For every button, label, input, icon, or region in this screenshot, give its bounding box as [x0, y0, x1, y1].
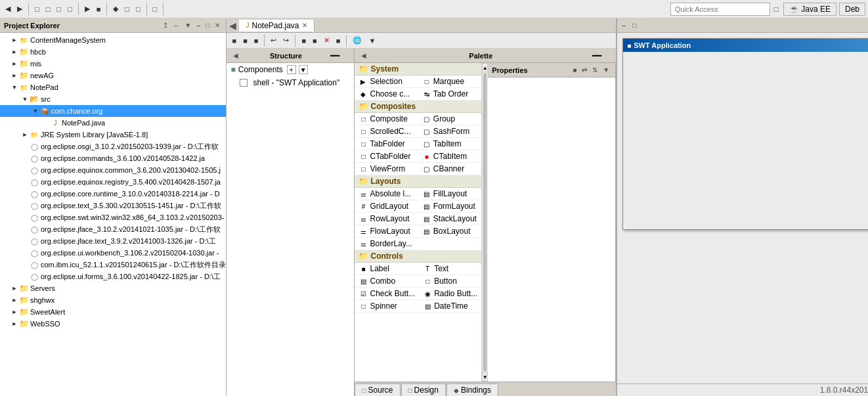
- palette-item-gridlayout[interactable]: # GridLayout: [355, 200, 418, 213]
- palette-item-filllayout[interactable]: ▤ FillLayout: [418, 188, 481, 200]
- palette-item-absolute[interactable]: ⚌ Absolute l...: [355, 188, 418, 200]
- collapse-all-btn[interactable]: ↥: [161, 21, 170, 30]
- toolbar-btn-1[interactable]: ▶: [14, 3, 25, 14]
- structure-components-item[interactable]: ■ Components + ▼: [227, 63, 354, 76]
- palette-item-boxlayout[interactable]: ▤ BoxLayout: [418, 225, 481, 238]
- etoolbar-redo[interactable]: ↪: [280, 35, 292, 46]
- tree-item-jar8[interactable]: ► ◯ org.eclipse.jface_3.10.2.v20141021-1…: [0, 223, 226, 235]
- toolbar-btn-2[interactable]: □: [32, 4, 42, 14]
- etoolbar-dropdown[interactable]: ▼: [366, 35, 378, 46]
- etoolbar-btn4[interactable]: ■: [299, 35, 309, 46]
- palette-item-tabitem[interactable]: ▢ TabItem: [418, 138, 481, 150]
- palette-item-sashform[interactable]: ▢ SashForm: [418, 125, 481, 138]
- etoolbar-delete[interactable]: ✕: [321, 35, 332, 46]
- tab-design[interactable]: □ Design: [401, 384, 446, 396]
- palette-item-stacklayout[interactable]: ▤ StackLayout: [418, 213, 481, 225]
- toolbar-perspective-btn[interactable]: □: [771, 4, 781, 14]
- palette-item-combo[interactable]: ▤ Combo: [355, 275, 419, 288]
- palette-item-radio[interactable]: ◉ Radio Butt...: [419, 288, 481, 300]
- palette-item-taborder[interactable]: ↹ Tab Order: [418, 88, 481, 100]
- palette-item-tabfolder[interactable]: □ TabFolder: [355, 138, 418, 150]
- palette-item-formlayout[interactable]: ▤ FormLayout: [418, 200, 481, 213]
- tree-item-jre[interactable]: ► 📁 JRE System Library [JavaSE-1.8]: [0, 129, 226, 141]
- tree-item-jar10[interactable]: ► ◯ org.eclipse.ui.workbench_3.106.2.v20…: [0, 247, 226, 259]
- expand-arrow-notepad[interactable]: ▼: [11, 83, 18, 91]
- components-menu-btn[interactable]: ▼: [299, 65, 308, 74]
- palette-item-choose[interactable]: ◆ Choose c...: [355, 88, 418, 100]
- tree-item-sweetalert[interactable]: ► 📁 SweetAlert: [0, 306, 226, 318]
- expand-arrow-hbcb[interactable]: ►: [11, 48, 18, 56]
- design-min-btn[interactable]: ‒: [620, 21, 628, 30]
- properties-icon2[interactable]: ⇄: [580, 66, 589, 74]
- swt-application-window[interactable]: ■ SWT Application ‒ □ ✕: [622, 38, 868, 230]
- palette-item-selection[interactable]: ▶ Selection: [355, 76, 418, 88]
- expand-arrow-src[interactable]: ▼: [21, 95, 29, 103]
- structure-left-arrow[interactable]: ◀: [230, 52, 241, 59]
- tree-item-jar6[interactable]: ► ◯ org.eclipse.text_3.5.300.v20130515-1…: [0, 200, 226, 211]
- tree-item-jar3[interactable]: ► ◯ org.eclipse.equinox.common_3.6.200.v…: [0, 164, 226, 176]
- properties-icon3[interactable]: ⇅: [590, 66, 599, 74]
- etoolbar-globe[interactable]: 🌐: [350, 35, 364, 46]
- tree-item-jar11[interactable]: ► ◯ com.ibm.icu_52.1.1.v201501240615.jar…: [0, 259, 226, 271]
- java-ee-button[interactable]: ☕ Java EE: [783, 3, 836, 16]
- structure-shell-item[interactable]: shell - "SWT Application": [227, 76, 354, 89]
- toolbar-btn-8[interactable]: □: [133, 4, 143, 14]
- palette-item-ctabfolder[interactable]: □ CTabFolder: [355, 150, 418, 163]
- properties-icon1[interactable]: ■: [571, 66, 578, 74]
- toolbar-btn-4[interactable]: □: [54, 4, 64, 14]
- minimize-btn[interactable]: ‒: [194, 21, 202, 30]
- palette-item-rowlayout[interactable]: ⚌ RowLayout: [355, 213, 418, 225]
- close-panel-btn[interactable]: ✕: [213, 21, 222, 30]
- tree-item-jar5[interactable]: ► ◯ org.eclipse.core.runtime_3.10.0.v201…: [0, 188, 226, 200]
- toolbar-btn-3[interactable]: □: [43, 4, 53, 14]
- expand-arrow-jre[interactable]: ►: [21, 131, 29, 139]
- tab-source[interactable]: □ Source: [355, 384, 400, 396]
- tree-item-mis[interactable]: ► 📁 mis: [0, 58, 226, 70]
- palette-item-ctabitem[interactable]: ■ CTabItem: [418, 150, 481, 163]
- etoolbar-btn5[interactable]: ■: [310, 35, 320, 46]
- expand-arrow-cms[interactable]: ►: [11, 36, 18, 44]
- deb-button[interactable]: Deb: [839, 3, 865, 16]
- palette-section-header-controls[interactable]: 📁 Controls: [355, 250, 481, 263]
- palette-item-group[interactable]: ▢ Group: [418, 113, 481, 125]
- etoolbar-btn6[interactable]: ■: [334, 35, 343, 46]
- tree-item-jar4[interactable]: ► ◯ org.eclipse.equinox.registry_3.5.400…: [0, 176, 226, 188]
- tree-item-package[interactable]: ▼ 📦 com.chance.org: [0, 105, 226, 117]
- toolbar-back-btn[interactable]: ◀: [3, 3, 13, 14]
- palette-left-arrow[interactable]: ◀: [358, 52, 369, 59]
- toolbar-run-btn[interactable]: ▶: [82, 3, 93, 14]
- palette-item-label[interactable]: ■ Label: [355, 263, 419, 275]
- palette-item-text[interactable]: T Text: [419, 263, 481, 275]
- tree-item-shghwx[interactable]: ► 📁 shghwx: [0, 294, 226, 306]
- expand-arrow-newag[interactable]: ►: [11, 72, 18, 79]
- palette-item-marquee[interactable]: □ Marquee: [418, 76, 481, 88]
- palette-section-header-system[interactable]: 📁 System: [355, 63, 481, 76]
- palette-scroll-down-btn[interactable]: ▼: [482, 372, 488, 382]
- palette-item-checkbox[interactable]: ☑ Check Butt...: [355, 288, 419, 300]
- components-add-btn[interactable]: +: [287, 65, 296, 74]
- editor-left-arrow[interactable]: ◀: [227, 20, 239, 31]
- palette-scroll-thumb[interactable]: [483, 74, 487, 371]
- palette-item-composite[interactable]: □ Composite: [355, 113, 418, 125]
- palette-item-viewform[interactable]: □ ViewForm: [355, 163, 418, 175]
- toolbar-btn-6[interactable]: ◆: [110, 3, 121, 14]
- palette-item-spinner[interactable]: □ Spinner: [355, 300, 419, 313]
- quick-access-input[interactable]: [670, 3, 770, 16]
- tab-close-icon[interactable]: ✕: [302, 22, 307, 29]
- tree-item-jar1[interactable]: ► ◯ org.eclipse.osgi_3.10.2.v20150203-19…: [0, 141, 226, 152]
- tree-item-javafile[interactable]: ► J NotePad.java: [0, 117, 226, 129]
- palette-item-borderlay[interactable]: ⚌ BorderLay...: [355, 238, 418, 250]
- tree-item-servers[interactable]: ► 📁 Servers: [0, 282, 226, 294]
- palette-item-button[interactable]: □ Button: [419, 275, 481, 288]
- palette-section-header-layouts[interactable]: 📁 Layouts: [355, 175, 481, 188]
- editor-tab-notepad[interactable]: J NotePad.java ✕: [239, 20, 314, 32]
- palette-item-cbanner[interactable]: ▢ CBanner: [418, 163, 481, 175]
- etoolbar-btn2[interactable]: ■: [240, 35, 250, 46]
- etoolbar-undo[interactable]: ↩: [268, 35, 279, 46]
- toolbar-stop-btn[interactable]: ■: [94, 4, 104, 14]
- design-restore-btn[interactable]: □: [630, 21, 638, 30]
- toolbar-btn-7[interactable]: □: [122, 4, 132, 14]
- tree-item-websso[interactable]: ► 📁 WebSSO: [0, 318, 226, 330]
- panel-menu-btn[interactable]: ▼: [183, 21, 194, 30]
- etoolbar-btn1[interactable]: ■: [229, 35, 239, 46]
